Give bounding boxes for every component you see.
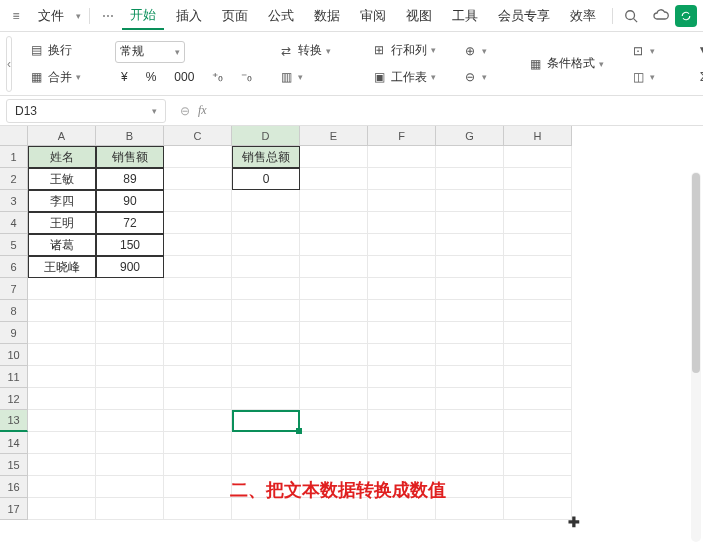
cell[interactable]: [436, 498, 504, 520]
cell[interactable]: 89: [96, 168, 164, 190]
cell[interactable]: [436, 190, 504, 212]
cell[interactable]: [368, 322, 436, 344]
vertical-scrollbar[interactable]: [691, 172, 701, 542]
cell[interactable]: [436, 454, 504, 476]
cell[interactable]: [504, 344, 572, 366]
cell[interactable]: [232, 344, 300, 366]
cell[interactable]: [96, 278, 164, 300]
cell[interactable]: [232, 300, 300, 322]
menu-page[interactable]: 页面: [214, 3, 256, 29]
cell[interactable]: [436, 322, 504, 344]
col-header[interactable]: A: [28, 126, 96, 146]
row-header[interactable]: 12: [0, 388, 28, 410]
menu-file[interactable]: 文件: [30, 3, 72, 29]
cell[interactable]: [504, 146, 572, 168]
cell[interactable]: [232, 190, 300, 212]
menu-view[interactable]: 视图: [398, 3, 440, 29]
sync-badge[interactable]: [675, 5, 697, 27]
menu-efficiency[interactable]: 效率: [562, 3, 604, 29]
cell[interactable]: [232, 234, 300, 256]
cell[interactable]: [504, 256, 572, 278]
scroll-thumb[interactable]: [692, 173, 700, 373]
col-header[interactable]: H: [504, 126, 572, 146]
row-header[interactable]: 11: [0, 366, 28, 388]
cell[interactable]: [164, 212, 232, 234]
cell[interactable]: [28, 410, 96, 432]
cell[interactable]: [436, 278, 504, 300]
thousands-button[interactable]: 000: [168, 67, 200, 87]
fill-button[interactable]: ▼填充▾: [689, 39, 703, 62]
increase-decimal-button[interactable]: ⁻₀: [235, 67, 258, 87]
cell[interactable]: [300, 432, 368, 454]
cell[interactable]: [436, 366, 504, 388]
currency-button[interactable]: ¥: [115, 67, 134, 87]
number-format-select[interactable]: 常规▾: [115, 41, 185, 63]
chevron-down-icon[interactable]: ▾: [76, 11, 81, 21]
menu-icon[interactable]: ≡: [6, 6, 26, 26]
sum-button[interactable]: Σ求和▾: [689, 66, 703, 89]
cell[interactable]: [232, 454, 300, 476]
col-header[interactable]: E: [300, 126, 368, 146]
cell[interactable]: [164, 410, 232, 432]
cell[interactable]: 姓名: [28, 146, 96, 168]
decrease-decimal-button[interactable]: ⁺₀: [206, 67, 229, 87]
cell[interactable]: [96, 344, 164, 366]
menu-tools[interactable]: 工具: [444, 3, 486, 29]
cell[interactable]: [232, 432, 300, 454]
cell[interactable]: [300, 366, 368, 388]
cell[interactable]: [436, 234, 504, 256]
col-header[interactable]: G: [436, 126, 504, 146]
cell[interactable]: [164, 190, 232, 212]
cell[interactable]: [300, 256, 368, 278]
cell[interactable]: [368, 410, 436, 432]
cell[interactable]: [28, 366, 96, 388]
cond-format-button[interactable]: ▦条件格式▾: [521, 52, 610, 75]
cell[interactable]: [368, 146, 436, 168]
cell[interactable]: 90: [96, 190, 164, 212]
menu-start[interactable]: 开始: [122, 2, 164, 30]
cell[interactable]: [164, 498, 232, 520]
cell[interactable]: [436, 432, 504, 454]
cell[interactable]: [300, 234, 368, 256]
rowcol-button[interactable]: ⊞行和列▾: [365, 39, 442, 62]
cell[interactable]: [436, 388, 504, 410]
row-header[interactable]: 8: [0, 300, 28, 322]
cell[interactable]: [368, 256, 436, 278]
row-header[interactable]: 1: [0, 146, 28, 168]
active-cell[interactable]: [232, 410, 300, 432]
cell[interactable]: [300, 278, 368, 300]
cell[interactable]: 72: [96, 212, 164, 234]
menu-review[interactable]: 审阅: [352, 3, 394, 29]
fill-handle[interactable]: [296, 428, 302, 434]
cell[interactable]: [300, 168, 368, 190]
cell[interactable]: [164, 476, 232, 498]
row-header[interactable]: 17: [0, 498, 28, 520]
row-header[interactable]: 10: [0, 344, 28, 366]
cell[interactable]: [300, 344, 368, 366]
menu-insert[interactable]: 插入: [168, 3, 210, 29]
cell[interactable]: [164, 168, 232, 190]
cell[interactable]: [436, 410, 504, 432]
format-cells-button[interactable]: ▥▾: [272, 66, 337, 88]
cancel-icon[interactable]: ⊖: [180, 104, 190, 118]
cell[interactable]: [96, 432, 164, 454]
cell[interactable]: [96, 410, 164, 432]
cloud-icon[interactable]: [651, 6, 671, 26]
cell[interactable]: [504, 234, 572, 256]
fx-icon[interactable]: fx: [198, 103, 207, 118]
cell[interactable]: [232, 256, 300, 278]
name-box[interactable]: D13 ▾: [6, 99, 166, 123]
merge-button[interactable]: ▦合并▾: [22, 66, 87, 89]
row-header[interactable]: 3: [0, 190, 28, 212]
table-button[interactable]: ⊡▾: [624, 40, 661, 62]
cell[interactable]: [300, 322, 368, 344]
cell[interactable]: [164, 366, 232, 388]
menu-formula[interactable]: 公式: [260, 3, 302, 29]
cell[interactable]: [504, 212, 572, 234]
cell[interactable]: [164, 256, 232, 278]
cell[interactable]: [436, 344, 504, 366]
row-header[interactable]: 7: [0, 278, 28, 300]
cell[interactable]: [300, 410, 368, 432]
row-header[interactable]: 15: [0, 454, 28, 476]
cell[interactable]: [504, 168, 572, 190]
